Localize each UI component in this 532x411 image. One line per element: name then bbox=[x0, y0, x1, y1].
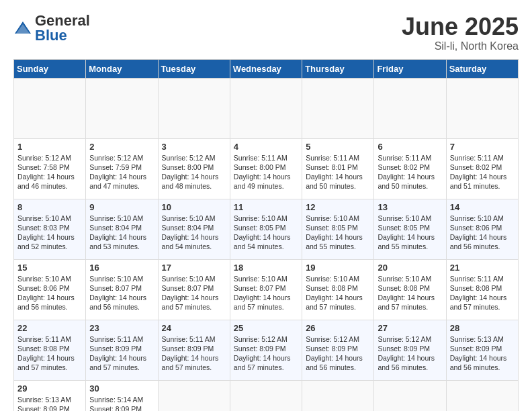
calendar-cell: 3Sunrise: 5:12 AMSunset: 8:00 PMDaylight… bbox=[158, 138, 230, 199]
header-row: SundayMondayTuesdayWednesdayThursdayFrid… bbox=[14, 59, 519, 78]
cell-line: Sunset: 8:09 PM bbox=[89, 404, 154, 411]
month-title: June 2025 bbox=[402, 13, 519, 40]
day-number: 14 bbox=[450, 202, 515, 212]
cell-line: Sunset: 8:06 PM bbox=[17, 283, 82, 293]
cell-line: Sunrise: 5:10 AM bbox=[450, 214, 515, 223]
cell-line: Sunset: 8:05 PM bbox=[306, 223, 370, 232]
cell-line: and 56 minutes. bbox=[306, 363, 370, 372]
cell-line: Daylight: 14 hours bbox=[17, 232, 82, 242]
cell-line: Sunrise: 5:10 AM bbox=[89, 214, 154, 223]
cell-line: Sunrise: 5:10 AM bbox=[162, 274, 226, 283]
cell-line: Sunset: 8:07 PM bbox=[234, 283, 298, 293]
day-number: 15 bbox=[17, 263, 82, 273]
day-number: 25 bbox=[234, 323, 298, 333]
calendar-cell: 12Sunrise: 5:10 AMSunset: 8:05 PMDayligh… bbox=[302, 199, 374, 259]
calendar-cell: 23Sunrise: 5:11 AMSunset: 8:09 PMDayligh… bbox=[86, 320, 158, 380]
calendar-cell bbox=[14, 78, 86, 138]
cell-line: Sunrise: 5:11 AM bbox=[450, 153, 515, 163]
cell-line: Sunrise: 5:14 AM bbox=[89, 395, 154, 404]
cell-line: and 55 minutes. bbox=[378, 242, 442, 251]
cell-line: Sunset: 8:05 PM bbox=[234, 223, 298, 232]
day-number: 22 bbox=[17, 323, 82, 333]
cell-line: Daylight: 14 hours bbox=[306, 353, 370, 363]
cell-line: Daylight: 14 hours bbox=[17, 293, 82, 302]
calendar-cell bbox=[86, 78, 158, 138]
day-number: 7 bbox=[450, 142, 515, 152]
calendar-cell: 19Sunrise: 5:10 AMSunset: 8:08 PMDayligh… bbox=[302, 259, 374, 320]
calendar-cell: 17Sunrise: 5:10 AMSunset: 8:07 PMDayligh… bbox=[158, 259, 230, 320]
cell-line: and 47 minutes. bbox=[89, 181, 154, 191]
header-day-wednesday: Wednesday bbox=[230, 59, 302, 78]
cell-line: and 49 minutes. bbox=[234, 181, 298, 191]
week-row-2: 1Sunrise: 5:12 AMSunset: 7:58 PMDaylight… bbox=[14, 138, 519, 199]
cell-line: Sunset: 8:09 PM bbox=[17, 404, 82, 411]
calendar-cell: 20Sunrise: 5:10 AMSunset: 8:08 PMDayligh… bbox=[374, 259, 446, 320]
cell-line: Sunrise: 5:10 AM bbox=[306, 274, 370, 283]
calendar-cell bbox=[230, 380, 302, 411]
calendar-cell: 16Sunrise: 5:10 AMSunset: 8:07 PMDayligh… bbox=[86, 259, 158, 320]
day-number: 8 bbox=[17, 202, 82, 212]
calendar-table: SundayMondayTuesdayWednesdayThursdayFrid… bbox=[13, 59, 519, 411]
cell-line: and 53 minutes. bbox=[89, 242, 154, 251]
cell-line: and 57 minutes. bbox=[234, 302, 298, 312]
cell-line: Daylight: 14 hours bbox=[450, 232, 515, 242]
cell-line: Sunrise: 5:13 AM bbox=[17, 395, 82, 404]
cell-line: and 55 minutes. bbox=[306, 242, 370, 251]
cell-line: and 56 minutes. bbox=[450, 363, 515, 372]
cell-line: Sunrise: 5:11 AM bbox=[89, 334, 154, 344]
calendar-cell: 25Sunrise: 5:12 AMSunset: 8:09 PMDayligh… bbox=[230, 320, 302, 380]
calendar-cell: 15Sunrise: 5:10 AMSunset: 8:06 PMDayligh… bbox=[14, 259, 86, 320]
cell-line: Sunset: 8:03 PM bbox=[17, 223, 82, 232]
week-row-5: 22Sunrise: 5:11 AMSunset: 8:08 PMDayligh… bbox=[14, 320, 519, 380]
week-row-3: 8Sunrise: 5:10 AMSunset: 8:03 PMDaylight… bbox=[14, 199, 519, 259]
cell-line: Sunrise: 5:13 AM bbox=[450, 334, 515, 344]
calendar-cell bbox=[446, 380, 518, 411]
cell-line: Daylight: 14 hours bbox=[450, 172, 515, 181]
week-row-4: 15Sunrise: 5:10 AMSunset: 8:06 PMDayligh… bbox=[14, 259, 519, 320]
cell-line: Sunset: 8:08 PM bbox=[306, 283, 370, 293]
cell-line: and 57 minutes. bbox=[89, 363, 154, 372]
cell-line: Daylight: 14 hours bbox=[89, 353, 154, 363]
cell-line: Sunset: 8:09 PM bbox=[89, 344, 154, 353]
week-row-6: 29Sunrise: 5:13 AMSunset: 8:09 PMDayligh… bbox=[14, 380, 519, 411]
calendar-cell: 13Sunrise: 5:10 AMSunset: 8:05 PMDayligh… bbox=[374, 199, 446, 259]
day-number: 9 bbox=[89, 202, 154, 212]
cell-line: and 51 minutes. bbox=[450, 181, 515, 191]
cell-line: Sunrise: 5:10 AM bbox=[17, 274, 82, 283]
cell-line: Sunrise: 5:11 AM bbox=[306, 153, 370, 163]
calendar-cell: 1Sunrise: 5:12 AMSunset: 7:58 PMDaylight… bbox=[14, 138, 86, 199]
cell-line: Sunrise: 5:10 AM bbox=[378, 214, 442, 223]
logo-blue: Blue bbox=[35, 27, 67, 44]
cell-line: Sunrise: 5:12 AM bbox=[89, 153, 154, 163]
day-number: 1 bbox=[17, 142, 82, 152]
calendar-body: 1Sunrise: 5:12 AMSunset: 7:58 PMDaylight… bbox=[14, 78, 519, 411]
day-number: 2 bbox=[89, 142, 154, 152]
cell-line: Daylight: 14 hours bbox=[17, 353, 82, 363]
calendar-cell bbox=[302, 78, 374, 138]
day-number: 23 bbox=[89, 323, 154, 333]
cell-line: Daylight: 14 hours bbox=[162, 293, 226, 302]
cell-line: and 56 minutes. bbox=[17, 302, 82, 312]
cell-line: Daylight: 14 hours bbox=[89, 172, 154, 181]
calendar-cell: 29Sunrise: 5:13 AMSunset: 8:09 PMDayligh… bbox=[14, 380, 86, 411]
day-number: 26 bbox=[306, 323, 370, 333]
calendar-cell: 2Sunrise: 5:12 AMSunset: 7:59 PMDaylight… bbox=[86, 138, 158, 199]
calendar-cell: 26Sunrise: 5:12 AMSunset: 8:09 PMDayligh… bbox=[302, 320, 374, 380]
cell-line: Daylight: 14 hours bbox=[378, 232, 442, 242]
header-day-saturday: Saturday bbox=[446, 59, 518, 78]
cell-line: Sunset: 7:58 PM bbox=[17, 163, 82, 172]
calendar-cell bbox=[374, 380, 446, 411]
logo: General Blue bbox=[13, 13, 90, 43]
calendar-cell bbox=[302, 380, 374, 411]
day-number: 6 bbox=[378, 142, 442, 152]
cell-line: Daylight: 14 hours bbox=[162, 232, 226, 242]
calendar-cell: 28Sunrise: 5:13 AMSunset: 8:09 PMDayligh… bbox=[446, 320, 518, 380]
page-header: General Blue June 2025 Sil-li, North Kor… bbox=[13, 13, 519, 52]
title-block: June 2025 Sil-li, North Korea bbox=[402, 13, 519, 52]
cell-line: and 46 minutes. bbox=[17, 181, 82, 191]
cell-line: Sunrise: 5:10 AM bbox=[89, 274, 154, 283]
day-number: 3 bbox=[162, 142, 226, 152]
header-day-thursday: Thursday bbox=[302, 59, 374, 78]
day-number: 5 bbox=[306, 142, 370, 152]
cell-line: and 57 minutes. bbox=[306, 302, 370, 312]
